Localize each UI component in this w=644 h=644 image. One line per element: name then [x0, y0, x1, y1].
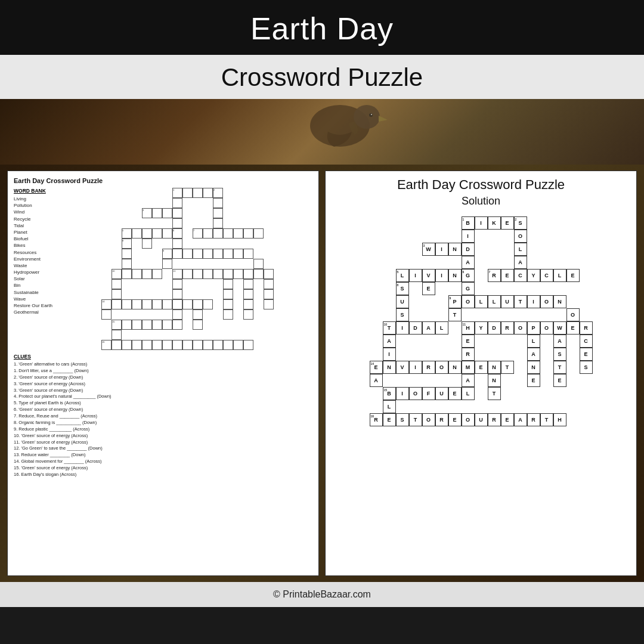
- cell-letter: A: [466, 259, 470, 265]
- cell-letter: V: [400, 364, 404, 370]
- grid-cell: [101, 309, 112, 320]
- solution-cell: L: [383, 400, 396, 413]
- solution-cell: I: [396, 387, 409, 400]
- cell-letter: I: [401, 391, 403, 397]
- solution-cell: T: [488, 387, 501, 400]
- cell-letter: A: [558, 338, 562, 344]
- grid-cell: [182, 249, 193, 259]
- cell-letter: C: [584, 338, 588, 344]
- cell-letter: E: [531, 377, 535, 383]
- solution-cell: F: [422, 387, 435, 400]
- cell-letter: E: [453, 391, 456, 397]
- solution-cell: O: [409, 387, 422, 400]
- cell-number: 15: [384, 388, 388, 392]
- grid-cell: [182, 340, 193, 350]
- grid-cell: [142, 239, 152, 249]
- grid-cell: [243, 249, 253, 259]
- cell-letter: E: [453, 417, 456, 423]
- grid-cell: [213, 340, 223, 350]
- grid-cell: [162, 259, 172, 269]
- clues-label: CLUES: [14, 354, 312, 360]
- cell-letter: O: [466, 417, 470, 423]
- solution-cell: V: [422, 269, 435, 282]
- top-header: Earth Day: [0, 0, 644, 55]
- cell-letter: L: [493, 299, 496, 305]
- solution-cell: A: [553, 335, 566, 348]
- grid-cell: [243, 269, 253, 279]
- solution-cell: 6G: [462, 269, 475, 282]
- cell-letter: T: [493, 391, 496, 397]
- grid-cell: [172, 299, 182, 309]
- cell-letter: A: [531, 351, 535, 357]
- cell-letter: E: [584, 351, 587, 357]
- cell-letter: E: [426, 286, 430, 292]
- solution-cell: 8S: [396, 282, 409, 295]
- grid-cell: [213, 269, 223, 279]
- grid-cell: [112, 289, 122, 299]
- bg-eagle-area: [0, 99, 644, 165]
- footer-text: © PrintableBazaar.com: [273, 589, 371, 600]
- solution-cell: N: [448, 269, 462, 282]
- grid-cell: [172, 309, 182, 320]
- clues-list: 1. 'Green' alternative to cars (Across)1…: [14, 361, 312, 478]
- grid-cell: 15: [112, 320, 122, 330]
- grid-cell: [182, 188, 193, 198]
- grid-cell: [193, 320, 203, 330]
- solution-cell: E: [462, 335, 475, 348]
- grid-cell: [172, 239, 182, 249]
- grid-cell: 10: [112, 269, 122, 279]
- solution-cell: L: [553, 269, 566, 282]
- grid-cell: [233, 228, 243, 239]
- cell-letter: G: [466, 273, 470, 278]
- grid-cell: [203, 269, 213, 279]
- grid-cell: [223, 289, 233, 299]
- cell-letter: S: [400, 312, 404, 318]
- cell-letter: E: [505, 220, 509, 226]
- solution-cell: 9P: [448, 295, 462, 308]
- solution-cell: N: [448, 243, 462, 256]
- cell-letter: T: [545, 417, 549, 423]
- cell-letter: D: [492, 325, 496, 331]
- solution-cell: A: [383, 335, 396, 348]
- cell-letter: R: [439, 417, 444, 423]
- grid-cell: [132, 299, 142, 309]
- cell-letter: C: [518, 273, 522, 278]
- cell-letter: R: [531, 417, 535, 423]
- cell-letter: D: [466, 246, 470, 252]
- solution-cell: S: [396, 413, 409, 426]
- cell-letter: A: [466, 377, 470, 383]
- solution-cell: O: [462, 413, 475, 426]
- solution-cell: T: [540, 413, 553, 426]
- solution-cell: L: [514, 243, 527, 256]
- cell-letter: W: [557, 325, 562, 331]
- solution-cell: C: [514, 269, 527, 282]
- cell-letter: T: [453, 312, 457, 318]
- cell-letter: O: [518, 233, 522, 239]
- eagle-icon: [256, 99, 388, 165]
- cell-letter: I: [467, 233, 469, 239]
- cell-letter: V: [426, 273, 430, 278]
- grid-cell: [203, 188, 213, 198]
- grid-cell: [253, 269, 264, 279]
- cell-letter: L: [388, 404, 391, 410]
- solution-cell: S: [580, 361, 593, 374]
- solution-cell: W: [553, 321, 566, 335]
- solution-cell: N: [488, 374, 501, 387]
- grid-cell: [152, 340, 162, 350]
- solution-cell: G: [462, 282, 475, 295]
- cell-letter: F: [427, 391, 431, 397]
- solution-cell: A: [370, 374, 383, 387]
- solution-cell: N: [488, 361, 501, 374]
- grid-cell: 11: [172, 269, 182, 279]
- grid-cell: [172, 249, 182, 259]
- solution-cell: U: [435, 387, 448, 400]
- cell-letter: E: [558, 377, 561, 383]
- sub-header: Crossword Puzzle: [0, 55, 644, 99]
- solution-cell: E: [580, 348, 593, 361]
- grid-cell: [193, 340, 203, 350]
- grid-cell: [172, 279, 182, 289]
- cell-letter: O: [544, 325, 549, 331]
- grid-cell: [264, 299, 274, 309]
- grid-cell: [193, 309, 203, 320]
- solution-cell: A: [514, 413, 527, 426]
